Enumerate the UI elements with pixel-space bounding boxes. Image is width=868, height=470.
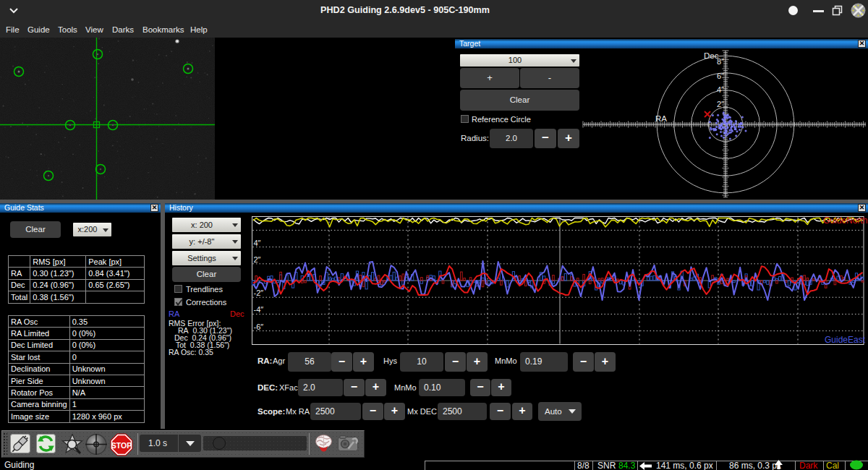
svg-text:STOP: STOP xyxy=(111,441,132,450)
svg-text:2″: 2″ xyxy=(254,255,261,264)
svg-text:GuideNorth: GuideNorth xyxy=(823,215,867,226)
svg-text:6″: 6″ xyxy=(717,72,724,80)
svg-text:-2″: -2″ xyxy=(254,289,264,297)
svg-text:2″: 2″ xyxy=(717,100,724,108)
svg-text:-4″: -4″ xyxy=(254,305,264,314)
svg-text:4″: 4″ xyxy=(254,239,261,247)
svg-text:8″: 8″ xyxy=(717,57,724,66)
svg-text:4″: 4″ xyxy=(717,85,724,94)
svg-text:RA: RA xyxy=(655,114,667,123)
svg-text:-6″: -6″ xyxy=(254,322,264,331)
svg-text:GuideEast: GuideEast xyxy=(825,335,866,345)
